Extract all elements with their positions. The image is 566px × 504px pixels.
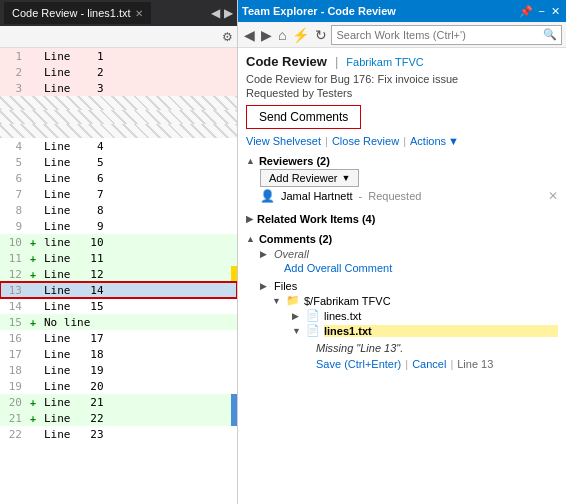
tfvc-subtitle: Fabrikam TFVC <box>346 56 423 68</box>
line-text: Line 20 <box>40 380 237 393</box>
add-overall-comment-item: Add Overall Comment <box>260 261 558 275</box>
code-line: 14Line 15 <box>0 298 237 314</box>
te-refresh-btn[interactable]: ↻ <box>313 27 329 43</box>
reviewer-status-separator: - <box>359 190 363 202</box>
line-marker: + <box>26 413 40 424</box>
search-icon[interactable]: 🔍 <box>543 28 557 41</box>
tfvc-path-expand-icon: ▼ <box>272 296 282 306</box>
tab-label: Code Review - lines1.txt <box>12 7 131 19</box>
search-input[interactable] <box>336 29 543 41</box>
tab-bar: Code Review - lines1.txt ✕ ◀ ▶ <box>0 0 237 26</box>
close-review-link[interactable]: Close Review <box>332 135 399 147</box>
view-shelveset-link[interactable]: View Shelveset <box>246 135 321 147</box>
comments-header[interactable]: ▲ Comments (2) <box>246 231 558 247</box>
related-work-items-header[interactable]: ▶ Related Work Items (4) <box>246 211 558 227</box>
line-text: Line 2 <box>40 66 237 79</box>
line-number: 3 <box>0 82 26 95</box>
comments-section: ▲ Comments (2) ▶ Overall Add Overall Com… <box>246 231 558 370</box>
reviewer-name: Jamal Hartnett <box>281 190 353 202</box>
te-back-btn[interactable]: ◀ <box>242 27 257 43</box>
line-text: Line 7 <box>40 188 237 201</box>
reviewer-item: 👤 Jamal Hartnett - Requested ✕ <box>260 187 558 205</box>
lines-txt-item[interactable]: ▶ 📄 lines.txt <box>292 308 558 323</box>
lines1-txt-expand-icon: ▼ <box>292 326 302 336</box>
line-number: 10 <box>0 236 26 249</box>
file-icon-lines1: 📄 <box>306 324 320 337</box>
team-explorer-panel: Team Explorer - Code Review 📌 − ✕ ◀ ▶ ⌂ … <box>238 0 566 504</box>
line-text: Line 21 <box>40 396 231 409</box>
actions-chevron-icon: ▼ <box>448 135 459 147</box>
code-line <box>0 124 237 138</box>
reviewer-remove-icon[interactable]: ✕ <box>548 189 558 203</box>
add-overall-comment-link[interactable]: Add Overall Comment <box>284 262 392 274</box>
code-line: 1Line 1 <box>0 48 237 64</box>
add-reviewer-button[interactable]: Add Reviewer ▼ <box>260 169 359 187</box>
line-number: 13 <box>0 284 26 297</box>
line-number: 20 <box>0 396 26 409</box>
line-text: Line 15 <box>40 300 237 313</box>
te-minimize-btn[interactable]: − <box>537 5 547 18</box>
code-line <box>0 110 237 124</box>
code-line: 9Line 9 <box>0 218 237 234</box>
save-comment-link[interactable]: Save (Ctrl+Enter) <box>316 358 401 370</box>
action-bar: View Shelveset | Close Review | Actions … <box>246 135 558 147</box>
te-pin-btn[interactable]: 📌 <box>517 5 535 18</box>
lines-txt-label: lines.txt <box>324 310 361 322</box>
settings-button[interactable]: ⚙ <box>222 30 233 44</box>
te-forward-btn[interactable]: ▶ <box>259 27 274 43</box>
line-number: 11 <box>0 252 26 265</box>
te-close-btn[interactable]: ✕ <box>549 5 562 18</box>
code-line: 7Line 7 <box>0 186 237 202</box>
send-comments-button[interactable]: Send Comments <box>246 105 361 129</box>
line-number: 4 <box>0 140 26 153</box>
lines1-txt-item[interactable]: ▼ 📄 lines1.txt <box>292 323 558 338</box>
tab-prev-btn[interactable]: ◀ <box>211 6 220 20</box>
te-plug-btn[interactable]: ⚡ <box>290 27 311 43</box>
files-item[interactable]: ▶ Files <box>260 279 558 293</box>
tab-next-btn[interactable]: ▶ <box>224 6 233 20</box>
add-reviewer-dropdown-icon: ▼ <box>341 173 350 183</box>
line-number: 5 <box>0 156 26 169</box>
line-number: 18 <box>0 364 26 377</box>
overall-label: Overall <box>274 248 309 260</box>
line-number: 17 <box>0 348 26 361</box>
line-marker: + <box>26 253 40 264</box>
line-text: Line 12 <box>40 268 231 281</box>
te-toolbar: ◀ ▶ ⌂ ⚡ ↻ 🔍 <box>238 22 566 48</box>
code-line: 12+Line 12 <box>0 266 237 282</box>
add-reviewer-label: Add Reviewer <box>269 172 337 184</box>
code-editor-panel: Code Review - lines1.txt ✕ ◀ ▶ ⚙ 1Line 1… <box>0 0 238 504</box>
reviewers-header[interactable]: ▲ Reviewers (2) <box>246 153 558 169</box>
code-review-title: Code Review <box>246 54 327 69</box>
comment-actions: Save (Ctrl+Enter) | Cancel | Line 13 <box>316 358 558 370</box>
editor-tab-active[interactable]: Code Review - lines1.txt ✕ <box>4 2 151 24</box>
te-title-controls: 📌 − ✕ <box>517 5 562 18</box>
cancel-comment-link[interactable]: Cancel <box>412 358 446 370</box>
line-text: Line 3 <box>40 82 237 95</box>
related-work-items-section: ▶ Related Work Items (4) <box>246 211 558 227</box>
column-indicator-blue <box>231 394 237 410</box>
code-area[interactable]: 1Line 12Line 23Line 34Line 45Line 56Line… <box>0 48 237 504</box>
files-expand-icon: ▶ <box>260 281 270 291</box>
line-number: 21 <box>0 412 26 425</box>
reviewers-section: ▲ Reviewers (2) Add Reviewer ▼ 👤 Jamal H… <box>246 153 558 205</box>
tab-close-icon[interactable]: ✕ <box>135 8 143 19</box>
comment-line-ref: Line 13 <box>457 358 493 370</box>
te-content: Code Review | Fabrikam TFVC Code Review … <box>238 48 566 504</box>
line-marker: + <box>26 269 40 280</box>
file-icon-lines: 📄 <box>306 309 320 322</box>
line-text: Line 4 <box>40 140 237 153</box>
code-line: 3Line 3 <box>0 80 237 96</box>
reviewers-title: Reviewers (2) <box>259 155 330 167</box>
te-home-btn[interactable]: ⌂ <box>276 27 288 43</box>
code-line: 13Line 14 <box>0 282 237 298</box>
editor-toolbar: ⚙ <box>0 26 237 48</box>
code-line: 10+line 10 <box>0 234 237 250</box>
actions-dropdown[interactable]: Actions ▼ <box>410 135 459 147</box>
overall-item[interactable]: ▶ Overall <box>260 247 558 261</box>
code-review-for-text: Code Review for Bug 176: Fix invoice iss… <box>246 73 558 85</box>
line-text: Line 1 <box>40 50 237 63</box>
comments-content: ▶ Overall Add Overall Comment ▶ Files ▼ … <box>246 247 558 370</box>
tfvc-path-item[interactable]: ▼ 📁 $/Fabrikam TFVC <box>272 293 558 308</box>
line-text: Line 19 <box>40 364 237 377</box>
